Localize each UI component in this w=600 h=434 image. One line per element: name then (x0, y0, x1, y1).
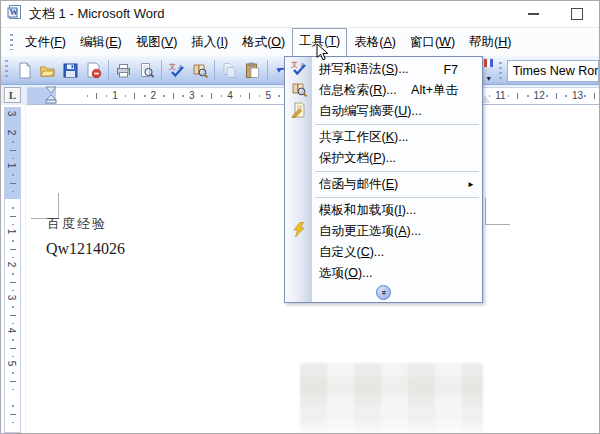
menu-item-options[interactable]: 选项(O)... (285, 263, 482, 284)
tools-dropdown-menu: 文A拼写和语法(S)...F7信息检索(R)...Alt+单击自动编写摘要(U)… (284, 56, 483, 303)
ruler-number: 2 (6, 130, 17, 136)
research-button[interactable] (188, 58, 211, 82)
document-text-line[interactable]: 百度经验 (47, 215, 107, 233)
toolbar-separator (267, 60, 268, 80)
ruler-number: 1 (6, 229, 17, 235)
toolbar-options-icon (484, 59, 493, 67)
copy-button[interactable] (218, 58, 241, 82)
word-window: W 文档 1 - Microsoft Word 文件(F)编辑(E)视图(V)插… (0, 0, 600, 434)
paste-button[interactable] (241, 58, 264, 82)
blurred-watermark (300, 363, 483, 432)
text-boundary-mark-right (485, 224, 510, 225)
toolbar-separator (161, 60, 162, 80)
menu-item-customize[interactable]: 自定义(C)... (285, 242, 482, 263)
menubar-item-table[interactable]: 表格(A) (347, 29, 403, 56)
permission-icon (85, 62, 102, 79)
research-icon (192, 62, 208, 78)
ruler-number: 4 (227, 90, 233, 101)
permission-button[interactable] (82, 58, 105, 82)
formatting-grip-handle[interactable] (499, 62, 501, 80)
copy-icon (221, 62, 238, 79)
ruler-number: 2 (151, 90, 157, 101)
font-name-combobox[interactable]: Times New Rom (507, 60, 599, 82)
ruler-top-margin (5, 108, 20, 199)
print-button[interactable] (112, 58, 135, 82)
ruler-number: 3 (6, 295, 17, 301)
mouse-cursor-icon (316, 43, 329, 66)
menu-bar: 文件(F)编辑(E)视图(V)插入(I)格式(O)工具(T)表格(A)窗口(W)… (1, 28, 599, 56)
menubar-item-file[interactable]: 文件(F) (18, 29, 73, 56)
ruler-number: 12 (534, 90, 545, 101)
new-document-button[interactable] (13, 58, 36, 82)
spelling-icon: 文A (169, 62, 185, 78)
menubar-item-help[interactable]: 帮助(H) (462, 29, 518, 56)
text-boundary-mark-right (485, 198, 486, 225)
menu-separator (315, 197, 479, 198)
ruler-number: 4 (6, 328, 17, 334)
ruler-number: 3 (6, 111, 17, 117)
toolbar-grip-handle[interactable] (5, 60, 8, 80)
save-icon (62, 62, 79, 79)
spelling-button[interactable]: 文A (165, 58, 188, 82)
new-document-icon (16, 62, 33, 79)
menu-item-letters-mailings[interactable]: 信函与邮件(E)► (285, 174, 482, 195)
tab-stop-selector-button[interactable]: L (4, 87, 21, 103)
ruler-number: 13 (572, 90, 583, 101)
document-text-line[interactable]: Qw1214026 (46, 240, 125, 258)
submenu-arrow-icon: ► (467, 180, 475, 189)
ruler-number: 5 (6, 361, 17, 367)
menu-item-autocorrect-options[interactable]: 自动更正选项(A)... (285, 221, 482, 242)
toolbar-separator (108, 60, 109, 80)
toolbar-separator (214, 60, 215, 80)
ruler-number: 1 (112, 90, 118, 101)
save-button[interactable] (59, 58, 82, 82)
print-icon (115, 62, 132, 79)
svg-text:W: W (9, 7, 18, 17)
title-bar: W 文档 1 - Microsoft Word (1, 1, 599, 28)
ruler-number: 3 (189, 90, 195, 101)
menubar-item-view[interactable]: 视图(V) (129, 29, 185, 56)
menu-separator (315, 171, 479, 172)
expand-menu-button[interactable]: » (376, 285, 391, 300)
menubar-item-edit[interactable]: 编辑(E) (73, 29, 129, 56)
chevron-down-icon: ▼ (485, 75, 492, 82)
word-app-icon: W (7, 4, 23, 24)
ruler-number: 1 (6, 163, 17, 169)
svg-text:文: 文 (291, 60, 298, 69)
print-preview-icon (138, 62, 155, 79)
menubar-item-insert[interactable]: 插入(I) (184, 29, 235, 56)
spelling-icon: 文A (291, 60, 307, 79)
maximize-icon (571, 8, 583, 20)
menubar-item-window[interactable]: 窗口(W) (403, 29, 462, 56)
svg-text:文: 文 (169, 62, 176, 71)
minimize-button[interactable] (511, 1, 555, 27)
paste-icon (244, 62, 261, 79)
open-icon (39, 62, 56, 79)
ruler-number: 11 (495, 90, 505, 101)
research-icon (291, 81, 307, 100)
menu-item-protect-document[interactable]: 保护文档(P)... (285, 148, 482, 169)
double-chevron-down-icon: » (379, 290, 388, 295)
maximize-button[interactable] (555, 1, 599, 27)
autosummarize-icon (291, 102, 307, 121)
font-name-value: Times New Rom (513, 64, 599, 78)
menu-separator (315, 124, 479, 125)
ruler-number: 5 (266, 90, 272, 101)
menubar-grip-handle[interactable] (10, 34, 13, 50)
minimize-icon (528, 13, 539, 15)
menu-item-shared-workspace[interactable]: 共享工作区(K)... (285, 127, 482, 148)
autocorrect-icon (291, 222, 307, 241)
menubar-item-format[interactable]: 格式(O) (235, 29, 292, 56)
window-title: 文档 1 - Microsoft Word (29, 5, 165, 23)
open-button[interactable] (36, 58, 59, 82)
menu-item-spelling[interactable]: 文A拼写和语法(S)...F7 (285, 59, 482, 80)
vertical-ruler: 12345123 (4, 107, 21, 433)
menu-item-research[interactable]: 信息检索(R)...Alt+单击 (285, 80, 482, 101)
menu-expand-row: » (285, 284, 482, 301)
formatting-toolbar: ▼ Times New Rom (484, 56, 599, 85)
ruler-number: 2 (6, 262, 17, 268)
toolbar-options-button[interactable]: ▼ (484, 58, 493, 83)
print-preview-button[interactable] (135, 58, 158, 82)
menu-item-templates-addins[interactable]: 模板和加载项(I)... (285, 200, 482, 221)
menu-item-autosummarize[interactable]: 自动编写摘要(U)... (285, 101, 482, 122)
